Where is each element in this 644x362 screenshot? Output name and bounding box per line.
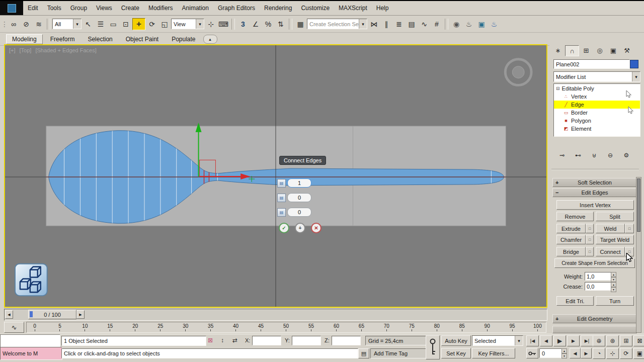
graphite-ribbon-icon[interactable]: ▤ bbox=[406, 19, 418, 30]
auto-key-button[interactable]: Auto Key bbox=[441, 335, 471, 346]
menu-rendering[interactable]: Rendering bbox=[260, 1, 296, 15]
split-button[interactable]: Split bbox=[596, 212, 634, 221]
toolbar-grip[interactable]: ⋮ bbox=[2, 19, 7, 30]
object-name-field[interactable]: Plane002 bbox=[553, 59, 630, 69]
spinner-up-icon[interactable]: ▲ bbox=[561, 348, 567, 353]
viewport-general-menu[interactable]: [+] bbox=[9, 47, 16, 53]
viewport-shading-menu[interactable]: [Shaded + Edged Faces] bbox=[35, 47, 96, 53]
select-and-scale-icon[interactable]: ◱ bbox=[158, 19, 171, 30]
chevron-down-icon[interactable]: ▾ bbox=[515, 336, 523, 345]
chamfer-settings-icon[interactable]: □ bbox=[586, 235, 594, 244]
frame-ruler[interactable]: 0 5 10 15 20 25 30 35 40 45 50 55 60 65 … bbox=[26, 322, 546, 333]
time-slider-thumb[interactable]: 0 / 100 bbox=[28, 310, 76, 319]
caddy-cancel-icon[interactable]: ✕ bbox=[311, 223, 321, 233]
keyboard-shortcut-override-icon[interactable]: ⌨ bbox=[217, 19, 229, 30]
turn-button[interactable]: Turn bbox=[596, 296, 634, 306]
tab-selection[interactable]: Selection bbox=[82, 35, 118, 44]
mirror-icon[interactable]: ⋈ bbox=[368, 19, 380, 30]
menu-graph-editors[interactable]: Graph Editors bbox=[213, 1, 260, 15]
next-key-icon[interactable]: ▶ bbox=[581, 348, 592, 358]
edit-named-selection-sets-icon[interactable]: ▦ bbox=[294, 19, 306, 30]
menu-customize[interactable]: Customize bbox=[296, 1, 334, 15]
render-production-icon[interactable]: ♨ bbox=[488, 19, 500, 30]
select-object-icon[interactable]: ↖ bbox=[82, 19, 94, 30]
rectangular-selection-region-icon[interactable]: ▭ bbox=[107, 19, 119, 30]
viewcube[interactable] bbox=[505, 59, 531, 85]
configure-modifier-sets-icon[interactable]: ⚙ bbox=[621, 151, 632, 160]
viewport-pov-menu[interactable]: [Top] bbox=[20, 47, 32, 53]
selection-filter-dropdown[interactable]: All ▾ bbox=[52, 19, 82, 29]
chamfer-button[interactable]: Chamfer bbox=[556, 235, 586, 244]
bind-to-space-warp-icon[interactable]: ≋ bbox=[33, 19, 45, 30]
tab-populate[interactable]: Populate bbox=[166, 35, 201, 44]
make-unique-icon[interactable]: ⊎ bbox=[589, 151, 600, 160]
weld-button[interactable]: Weld bbox=[596, 224, 625, 233]
modifier-list-dropdown[interactable]: Modifier List ▾ bbox=[553, 71, 640, 82]
object-color-swatch[interactable] bbox=[630, 60, 638, 68]
x-coordinate-field[interactable] bbox=[252, 336, 281, 345]
weld-settings-icon[interactable]: □ bbox=[625, 224, 634, 233]
menu-help[interactable]: Help bbox=[372, 1, 393, 15]
window-crossing-icon[interactable]: ⊡ bbox=[120, 19, 132, 30]
chevron-down-icon[interactable]: ▾ bbox=[632, 72, 640, 81]
angle-snap-icon[interactable]: ∠ bbox=[250, 19, 262, 30]
rollout-edit-geometry[interactable]: + Edit Geometry bbox=[552, 314, 637, 323]
set-keys-button[interactable] bbox=[426, 335, 440, 359]
caddy-apply-icon[interactable]: + bbox=[295, 223, 305, 233]
mini-curve-editor-icon[interactable]: ∿ bbox=[4, 322, 24, 333]
align-icon[interactable]: ∥ bbox=[380, 19, 392, 30]
select-and-rotate-icon[interactable]: ⟳ bbox=[146, 19, 158, 30]
rendered-frame-window-icon[interactable]: ▣ bbox=[475, 19, 488, 30]
maxscript-listener-white[interactable] bbox=[0, 334, 60, 347]
key-mode-toggle-button[interactable] bbox=[526, 348, 538, 358]
select-by-name-icon[interactable]: ☰ bbox=[95, 19, 107, 30]
stack-item-border[interactable]: ▭ Border bbox=[554, 109, 640, 117]
modify-tab-icon[interactable]: ∩ bbox=[565, 45, 579, 56]
frame-spinner[interactable]: ▲ ▼ bbox=[561, 348, 567, 357]
maximize-viewport-icon[interactable]: ▣ bbox=[633, 348, 644, 359]
expand-icon[interactable]: ⊟ bbox=[556, 86, 560, 91]
maxscript-listener-pink[interactable]: Welcome to M bbox=[0, 347, 62, 360]
menu-edit[interactable]: Edit bbox=[23, 1, 43, 15]
add-time-tag-field[interactable]: Add Time Tag bbox=[370, 348, 430, 358]
snap-toggle-icon[interactable]: 3 bbox=[237, 19, 249, 30]
create-shape-button[interactable]: Create Shape From Selection bbox=[554, 258, 635, 268]
scrollbar-thumb[interactable] bbox=[637, 178, 640, 232]
create-tab-icon[interactable]: ∗ bbox=[551, 45, 565, 55]
menu-group[interactable]: Group bbox=[66, 1, 92, 15]
unlink-selection-icon[interactable]: ⊘ bbox=[20, 19, 32, 30]
menu-modifiers[interactable]: Modifiers bbox=[144, 1, 178, 15]
material-editor-icon[interactable]: ◉ bbox=[450, 19, 462, 30]
panel-scrollbar[interactable] bbox=[636, 177, 641, 333]
display-tab-icon[interactable]: ▣ bbox=[607, 45, 620, 55]
utilities-tab-icon[interactable]: ⚒ bbox=[620, 45, 633, 55]
go-to-start-icon[interactable]: |◀ bbox=[526, 335, 539, 346]
use-pivot-center-icon[interactable]: ⊹ bbox=[205, 19, 217, 30]
insert-vertex-button[interactable]: Insert Vertex bbox=[556, 200, 634, 210]
schematic-view-icon[interactable]: # bbox=[431, 19, 443, 30]
hierarchy-tab-icon[interactable]: ⊞ bbox=[580, 45, 593, 55]
crease-field[interactable]: 0,0 bbox=[585, 282, 613, 291]
show-end-result-icon[interactable]: ⊷ bbox=[573, 151, 584, 160]
target-weld-button[interactable]: Target Weld bbox=[596, 235, 634, 244]
chevron-down-icon[interactable]: ▾ bbox=[73, 19, 81, 29]
top-viewport[interactable]: [+] [Top] [Shaded + Edged Faces] Connect… bbox=[4, 44, 547, 308]
remove-modifier-icon[interactable]: ⊖ bbox=[605, 151, 616, 160]
pan-icon[interactable]: ⊹ bbox=[606, 348, 619, 359]
zoom-icon[interactable]: ⊕ bbox=[593, 335, 605, 346]
layer-manager-icon[interactable]: ≣ bbox=[393, 19, 405, 30]
time-slider[interactable]: ◀ 0 / 100 ▶ bbox=[4, 309, 547, 321]
extrude-settings-icon[interactable]: □ bbox=[586, 224, 594, 233]
rollout-soft-selection[interactable]: + Soft Selection bbox=[552, 178, 637, 187]
weight-field[interactable]: 1,0 bbox=[585, 272, 613, 281]
select-and-link-icon[interactable]: ∞ bbox=[8, 19, 20, 30]
stack-item-polygon[interactable]: ■ Polygon bbox=[554, 117, 640, 125]
bridge-button[interactable]: Bridge bbox=[556, 247, 586, 256]
chevron-down-icon[interactable]: ▾ bbox=[196, 19, 204, 29]
menu-animation[interactable]: Animation bbox=[178, 1, 213, 15]
absolute-mode-icon[interactable]: ↕ bbox=[217, 336, 227, 345]
set-key-button[interactable]: Set Key bbox=[441, 348, 471, 358]
spinner-snap-icon[interactable]: ⇅ bbox=[275, 19, 287, 30]
pinch-field[interactable]: 0 bbox=[287, 193, 311, 202]
zoom-extents-icon[interactable]: ⊞ bbox=[620, 335, 632, 346]
